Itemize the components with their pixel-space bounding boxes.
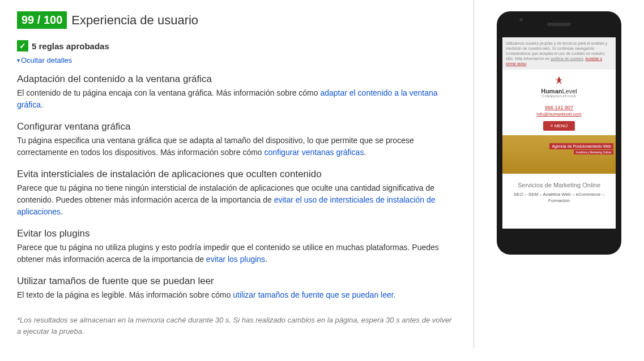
rule-title: Utilizar tamaños de fuente que se puedan… [17,276,457,287]
rule-description: Parece que tu página no tiene ningún int… [17,182,457,218]
score-badge: 99 / 100 [17,11,67,29]
rule-description: Parece que tu página no utiliza plugins … [17,242,457,265]
rule-pre: El texto de la página es legible. Más in… [17,290,233,299]
rule-item: Configurar ventana gráfica Tu página esp… [17,121,457,158]
rule-item: Utilizar tamaños de fuente que se puedan… [17,276,457,301]
caret-down-icon: ▾ [17,57,20,63]
rule-title: Evitar los plugins [17,228,457,239]
toggle-details[interactable]: ▾ Ocultar detalles [17,56,457,65]
phone-mockup: Utilizamos cookies propias y de terceros… [497,11,621,255]
preview-hero: Agencia de Posicionamiento Web Analítica… [502,135,616,174]
preview-menu-button: ≡ MENÚ [543,121,575,131]
rule-post: . [41,100,43,109]
passed-rules-line: ✓ 5 reglas aprobadas [17,40,457,51]
rule-title: Evita intersticiales de instalación de a… [17,169,457,180]
rule-post: . [394,290,396,299]
rule-link[interactable]: configurar ventanas gráficas [265,148,364,157]
logo-area: HumanLevel COMMUNICATIONS [502,70,616,101]
rule-post: . [61,207,63,216]
phone-screen: Utilizamos cookies propias y de terceros… [502,37,616,229]
check-icon: ✓ [17,40,28,51]
rule-description: El contenido de tu página encaja con la … [17,87,457,111]
toggle-label: Ocultar detalles [21,56,72,65]
rule-post: . [265,255,267,264]
rule-link[interactable]: evitar los plugins [206,255,265,264]
hero-line-2: Analítica y Marketing Online [574,150,613,154]
preview-sidebar: Utilizamos cookies propias y de terceros… [474,0,644,348]
score-line: 99 / 100 Experiencia de usuario [17,11,457,29]
rule-link[interactable]: utilizar tamaños de fuente que se puedan… [233,290,393,299]
rule-item: Evitar los plugins Parece que tu página … [17,228,457,265]
score-title: Experiencia de usuario [71,13,198,28]
logo-icon [554,75,564,88]
hero-line-1: Agencia de Posicionamiento Web [549,143,613,149]
logo-subtitle: COMMUNICATIONS [502,94,616,98]
logo-word-2: Level [562,88,577,94]
rule-item: Evita intersticiales de instalación de a… [17,169,457,218]
cookie-notice: Utilizamos cookies propias y de terceros… [502,37,616,70]
rule-pre: El contenido de tu página encaja con la … [17,88,320,97]
services-subtitle: SEO – SEM – Analítica Web – eCommerce – … [502,192,616,209]
cookie-link: política de cookies [551,57,583,61]
logo-word-1: Human [541,88,562,94]
passed-rules-label: 5 reglas aprobadas [32,41,109,51]
rule-item: Adaptación del contenido a la ventana gr… [17,74,457,111]
hero-banner: Agencia de Posicionamiento Web Analítica… [549,143,613,154]
rule-title: Configurar ventana gráfica [17,121,457,132]
preview-email: info@humanlevel.com [502,111,616,117]
services-title: Servicios de Marketing Online [502,174,616,192]
rule-post: . [364,148,366,157]
preview-phone-number: 966 141 907 [502,105,616,110]
rule-title: Adaptación del contenido a la ventana gr… [17,74,457,85]
footnote: *Los resultados se almacenan en la memor… [17,315,457,337]
logo-text: HumanLevel [502,88,616,94]
rule-description: El texto de la página es legible. Más in… [17,289,457,301]
main-content: 99 / 100 Experiencia de usuario ✓ 5 regl… [0,0,474,348]
rule-description: Tu página especifica una ventana gráfica… [17,135,457,158]
